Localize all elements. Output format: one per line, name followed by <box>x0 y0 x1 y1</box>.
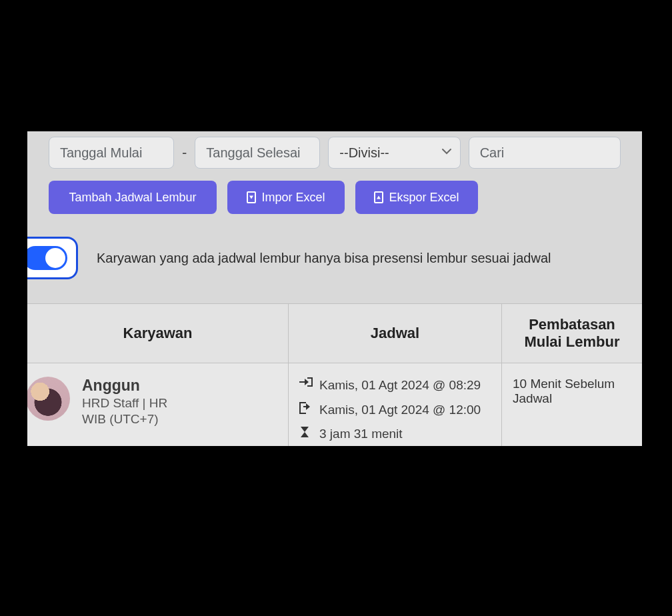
file-export-icon <box>374 191 383 203</box>
export-excel-label: Ekspor Excel <box>389 191 459 205</box>
toggle-knob <box>45 248 65 268</box>
action-row: Tambah Jadwal Lembur Impor Excel Ekspor … <box>27 169 642 214</box>
add-overtime-schedule-button[interactable]: Tambah Jadwal Lembur <box>49 181 217 214</box>
export-excel-button[interactable]: Ekspor Excel <box>355 181 478 214</box>
toggle-highlight-frame <box>27 237 78 279</box>
col-header-employee: Karyawan <box>27 304 289 363</box>
division-select-value[interactable] <box>328 137 460 169</box>
col-header-schedule: Jadwal <box>289 304 502 363</box>
search-input[interactable] <box>469 137 621 169</box>
schedule-out-text: Kamis, 01 Agt 2024 @ 12:00 <box>319 401 481 419</box>
division-select[interactable] <box>328 137 460 169</box>
table-header-row: Karyawan Jadwal Pembatasan Mulai Lembur <box>27 304 642 363</box>
toggle-caption: Karyawan yang ada jadwal lembur hanya bi… <box>97 251 551 266</box>
employee-avatar <box>27 377 70 421</box>
add-overtime-schedule-label: Tambah Jadwal Lembur <box>69 191 196 205</box>
schedule-duration-text: 3 jam 31 menit <box>319 425 403 443</box>
filter-row: - <box>27 131 642 169</box>
restrict-attendance-toggle[interactable] <box>27 246 67 270</box>
overtime-schedule-panel: - Tambah Jadwal Lembur Impor Excel Ekspo… <box>27 131 642 446</box>
start-date-input[interactable] <box>49 137 174 169</box>
schedule-out-line: Kamis, 01 Agt 2024 @ 12:00 <box>299 401 491 419</box>
date-range-separator: - <box>182 144 187 161</box>
employee-info: Anggun HRD Staff | HR WIB (UTC+7) <box>82 377 167 427</box>
import-excel-button[interactable]: Impor Excel <box>227 181 345 214</box>
sign-out-icon <box>299 404 313 416</box>
table-row: Anggun HRD Staff | HR WIB (UTC+7) Kamis,… <box>27 363 642 446</box>
toggle-row: Karyawan yang ada jadwal lembur hanya bi… <box>27 214 642 303</box>
employee-timezone: WIB (UTC+7) <box>82 412 167 427</box>
cell-restriction: 10 Menit Sebelum Jadwal <box>502 363 642 446</box>
schedule-duration-line: 3 jam 31 menit <box>299 425 491 443</box>
cell-employee: Anggun HRD Staff | HR WIB (UTC+7) <box>27 363 289 446</box>
schedule-in-text: Kamis, 01 Agt 2024 @ 08:29 <box>319 377 481 395</box>
col-header-restriction: Pembatasan Mulai Lembur <box>502 304 642 363</box>
end-date-input[interactable] <box>195 137 320 169</box>
schedule-in-line: Kamis, 01 Agt 2024 @ 08:29 <box>299 377 491 395</box>
import-excel-label: Impor Excel <box>261 191 325 205</box>
hourglass-icon <box>299 428 313 440</box>
restriction-text: 10 Menit Sebelum Jadwal <box>513 377 615 405</box>
employee-name: Anggun <box>82 377 167 395</box>
file-import-icon <box>247 191 256 203</box>
employee-role: HRD Staff | HR <box>82 396 167 411</box>
cell-schedule: Kamis, 01 Agt 2024 @ 08:29 Kamis, 01 Agt… <box>289 363 502 446</box>
overtime-table: Karyawan Jadwal Pembatasan Mulai Lembur … <box>27 303 642 446</box>
sign-in-icon <box>299 379 313 391</box>
